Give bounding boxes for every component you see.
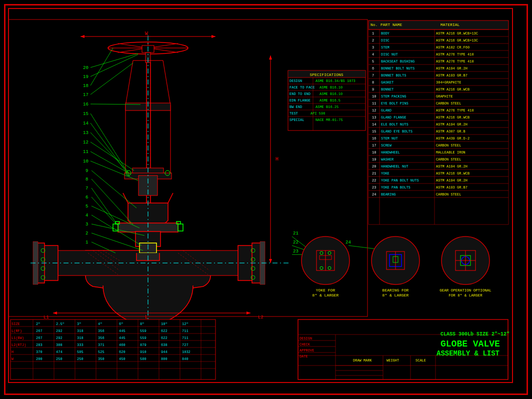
svg-text:ASTM A276 TYPE 410: ASTM A276 TYPE 410 <box>436 60 474 64</box>
svg-text:7: 7 <box>372 74 374 78</box>
svg-text:CARBON STEEL: CARBON STEEL <box>436 192 461 196</box>
svg-text:YOKE: YOKE <box>381 172 390 176</box>
svg-text:8: 8 <box>86 177 88 182</box>
svg-text:12: 12 <box>372 108 376 112</box>
svg-text:24: 24 <box>346 240 351 245</box>
svg-text:API 598: API 598 <box>310 112 325 116</box>
svg-text:GLAND EYE BOLTS: GLAND EYE BOLTS <box>381 130 412 134</box>
svg-text:620: 620 <box>119 350 126 354</box>
svg-text:2: 2 <box>86 231 88 236</box>
svg-text:ASTM A216 GR.WCB: ASTM A216 GR.WCB <box>436 88 470 92</box>
svg-text:ASME B16.10: ASME B16.10 <box>320 86 342 90</box>
svg-text:DESIGN: DESIGN <box>300 336 312 340</box>
svg-text:1: 1 <box>86 240 88 245</box>
svg-text:16: 16 <box>83 102 88 107</box>
svg-text:445: 445 <box>119 329 126 333</box>
svg-text:ASTM A216 GR.WCB: ASTM A216 GR.WCB <box>436 172 470 176</box>
svg-text:EYE BOLT PINS: EYE BOLT PINS <box>381 102 408 106</box>
svg-text:727: 727 <box>182 343 188 347</box>
svg-text:8: 8 <box>372 80 374 84</box>
svg-text:6: 6 <box>372 66 374 70</box>
svg-text:WEIGHT: WEIGHT <box>386 358 399 362</box>
svg-text:4: 4 <box>372 52 374 56</box>
svg-text:12": 12" <box>182 322 188 326</box>
svg-text:14: 14 <box>83 121 88 126</box>
svg-text:2.5": 2.5" <box>56 322 64 326</box>
svg-text:DESIGN: DESIGN <box>290 79 302 83</box>
svg-text:STEM PACKING: STEM PACKING <box>381 94 406 98</box>
svg-text:HANDWHEEL: HANDWHEEL <box>381 150 400 154</box>
svg-text:GLOBE VALVE: GLOBE VALVE <box>440 339 500 349</box>
svg-text:BONNET BOLTS: BONNET BOLTS <box>381 74 406 78</box>
svg-text:SPECIAL: SPECIAL <box>290 118 304 122</box>
svg-text:6: 6 <box>86 195 88 200</box>
svg-text:304+GRAPHITE: 304+GRAPHITE <box>436 80 461 84</box>
svg-text:3": 3" <box>77 322 81 326</box>
svg-text:333: 333 <box>77 343 84 347</box>
svg-text:5: 5 <box>86 204 88 209</box>
svg-text:292: 292 <box>56 336 62 340</box>
svg-text:DISC: DISC <box>381 38 390 42</box>
svg-text:17: 17 <box>83 92 88 98</box>
svg-text:GLAND: GLAND <box>381 108 392 112</box>
svg-text:23: 23 <box>293 249 298 254</box>
svg-text:ASTM A307 GR.B: ASTM A307 GR.B <box>436 130 466 134</box>
svg-text:3: 3 <box>86 222 88 227</box>
svg-text:H: H <box>276 156 278 162</box>
svg-text:ASSEMBLY & LIST: ASSEMBLY & LIST <box>436 350 500 358</box>
svg-text:15: 15 <box>83 112 88 116</box>
svg-text:711: 711 <box>182 336 188 340</box>
svg-text:GLAND FLANGE: GLAND FLANGE <box>381 116 406 120</box>
main-drawing-svg: W H L L1 L2 20 19 18 <box>6 6 516 386</box>
svg-text:292: 292 <box>56 329 62 333</box>
svg-text:840: 840 <box>182 357 188 361</box>
svg-text:ASTM A276 TYPE 410: ASTM A276 TYPE 410 <box>436 108 474 112</box>
svg-text:622: 622 <box>161 336 168 340</box>
svg-text:HANDWHEEL NUT: HANDWHEEL NUT <box>381 164 408 168</box>
svg-text:L: L <box>145 314 148 320</box>
svg-text:GEAR OPERATION OPTIONAL: GEAR OPERATION OPTIONAL <box>440 288 492 292</box>
svg-text:250: 250 <box>56 357 62 361</box>
svg-text:910: 910 <box>140 350 146 354</box>
svg-text:16: 16 <box>372 136 376 140</box>
svg-text:10: 10 <box>372 94 376 98</box>
svg-text:8": 8" <box>140 322 144 326</box>
svg-text:21: 21 <box>372 172 376 176</box>
svg-text:19: 19 <box>83 74 88 80</box>
svg-text:BODY: BODY <box>381 32 390 36</box>
svg-text:ASTM A194 GR.2H: ASTM A194 GR.2H <box>436 178 468 182</box>
svg-text:SCREW: SCREW <box>381 144 392 148</box>
svg-text:1032: 1032 <box>182 350 190 354</box>
svg-text:2: 2 <box>372 38 374 42</box>
svg-text:318: 318 <box>77 329 84 333</box>
svg-text:No.: No. <box>370 22 378 27</box>
svg-text:15: 15 <box>372 130 376 134</box>
svg-text:MALLEABLE IRON: MALLEABLE IRON <box>436 150 466 154</box>
svg-text:200: 200 <box>36 357 42 361</box>
svg-text:445: 445 <box>119 336 126 340</box>
svg-text:3: 3 <box>372 46 374 50</box>
svg-text:622: 622 <box>161 329 168 333</box>
svg-text:APPROVE: APPROVE <box>300 348 314 352</box>
svg-text:250: 250 <box>77 357 84 361</box>
svg-text:18: 18 <box>83 84 88 88</box>
svg-text:NACE MR-01-75: NACE MR-01-75 <box>316 118 343 122</box>
svg-text:21: 21 <box>293 231 298 236</box>
svg-text:474: 474 <box>56 350 62 354</box>
svg-text:1: 1 <box>372 32 374 36</box>
svg-text:ASME B16.34/BS 1873: ASME B16.34/BS 1873 <box>316 79 356 83</box>
svg-text:ASME B16.10: ASME B16.10 <box>320 92 342 96</box>
svg-text:CLASS 300Lb SIZE 2"~12": CLASS 300Lb SIZE 2"~12" <box>440 332 510 337</box>
svg-text:STEM NUT: STEM NUT <box>381 136 398 140</box>
svg-text:22: 22 <box>293 240 298 245</box>
svg-text:2": 2" <box>36 322 40 326</box>
svg-text:20: 20 <box>83 66 88 70</box>
svg-text:505: 505 <box>77 350 84 354</box>
svg-text:638: 638 <box>161 343 168 347</box>
svg-text:20: 20 <box>372 164 376 168</box>
svg-text:YOKE PAN BOLT NUTS: YOKE PAN BOLT NUTS <box>381 178 419 182</box>
svg-text:283: 283 <box>36 343 42 347</box>
svg-text:BW END: BW END <box>290 105 302 109</box>
svg-text:ASTM A216 GR.WCB+13C: ASTM A216 GR.WCB+13C <box>436 32 478 36</box>
svg-text:GASKET: GASKET <box>381 80 394 84</box>
